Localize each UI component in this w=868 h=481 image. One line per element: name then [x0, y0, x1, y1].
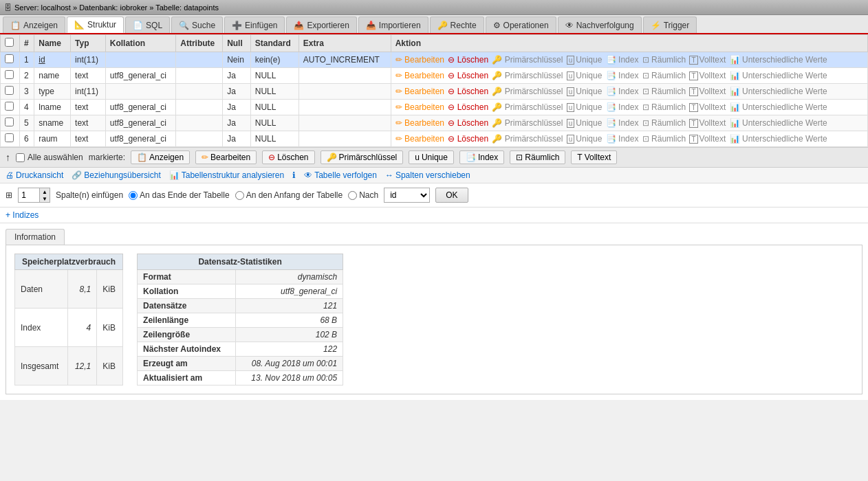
btn-primaerschluessel[interactable]: 🔑 Primärschlüssel — [321, 150, 404, 164]
edit-link[interactable]: ✏ Bearbeiten — [395, 118, 444, 128]
spatial-link[interactable]: ⊡ Räumlich — [642, 102, 686, 112]
tabellenstruktur-link[interactable]: 📊 Tabellenstruktur analysieren — [169, 170, 284, 180]
distinct-link[interactable]: 📊 Unterschiedliche Werte — [730, 71, 827, 80]
unique-link[interactable]: u Unique — [567, 134, 603, 144]
primary-key-link[interactable]: 🔑 Primärschlüssel — [492, 87, 563, 96]
index-link[interactable]: 📑 Index — [606, 55, 639, 65]
unique-link[interactable]: u Unique — [567, 87, 603, 96]
index-link[interactable]: 📑 Index — [606, 118, 639, 128]
edit-link[interactable]: ✏ Bearbeiten — [395, 87, 444, 96]
tab-anzeigen[interactable]: 📋 Anzeigen — [3, 16, 65, 33]
spatial-link[interactable]: ⊡ Räumlich — [642, 55, 686, 65]
spin-down-btn[interactable]: ▼ — [40, 195, 50, 202]
tab-exportieren[interactable]: 📤 Exportieren — [286, 16, 356, 33]
row-checkbox[interactable] — [5, 86, 14, 95]
unique-link[interactable]: u Unique — [567, 102, 603, 112]
row-checkbox-cell[interactable] — [1, 84, 20, 100]
tab-operationen[interactable]: ⚙ Operationen — [486, 16, 556, 33]
delete-link[interactable]: ⊖ Löschen — [448, 102, 488, 112]
tab-nachverfolgung[interactable]: 👁 Nachverfolgung — [558, 16, 642, 33]
fulltext-link[interactable]: T Volltext — [689, 134, 726, 144]
col-name-link[interactable]: id — [39, 55, 45, 65]
row-checkbox-cell[interactable] — [1, 52, 20, 68]
fulltext-link[interactable]: T Volltext — [689, 102, 726, 112]
radio-end[interactable] — [129, 191, 138, 200]
unique-link[interactable]: u Unique — [567, 55, 603, 65]
check-all-checkbox[interactable] — [16, 153, 25, 162]
tab-struktur[interactable]: 📐 Struktur — [67, 16, 124, 33]
delete-link[interactable]: ⊖ Löschen — [448, 87, 488, 96]
indizes-link[interactable]: + Indizes — [6, 210, 39, 220]
select-all-header[interactable] — [5, 38, 14, 47]
after-column-select[interactable]: idnametypelnamesnameraum — [384, 188, 430, 203]
btn-anzeigen[interactable]: 📋 Anzeigen — [131, 150, 190, 164]
distinct-link[interactable]: 📊 Unterschiedliche Werte — [730, 134, 827, 144]
index-link[interactable]: 📑 Index — [606, 87, 639, 96]
spatial-link[interactable]: ⊡ Räumlich — [642, 87, 686, 96]
row-checkbox[interactable] — [5, 102, 14, 111]
spin-up-btn[interactable]: ▲ — [40, 188, 50, 195]
row-checkbox[interactable] — [5, 133, 14, 142]
tab-rechte[interactable]: 🔑 Rechte — [430, 16, 484, 33]
btn-loeschen[interactable]: ⊖ Löschen — [262, 150, 314, 164]
column-count-input[interactable] — [19, 189, 39, 201]
btn-raeumlich[interactable]: ⊡ Räumlich — [510, 150, 565, 164]
btn-unique[interactable]: u Unique — [409, 150, 454, 164]
radio-start[interactable] — [235, 191, 244, 200]
delete-link[interactable]: ⊖ Löschen — [448, 134, 488, 144]
delete-link[interactable]: ⊖ Löschen — [448, 118, 488, 128]
tab-suche[interactable]: 🔍 Suche — [171, 16, 223, 33]
edit-link[interactable]: ✏ Bearbeiten — [395, 102, 444, 112]
beziehungsuebersicht-link[interactable]: 🔗 Beziehungsübersicht — [72, 170, 160, 180]
distinct-link[interactable]: 📊 Unterschiedliche Werte — [730, 55, 827, 65]
primary-key-link[interactable]: 🔑 Primärschlüssel — [492, 118, 563, 128]
distinct-link[interactable]: 📊 Unterschiedliche Werte — [730, 102, 827, 112]
tab-importieren[interactable]: 📥 Importieren — [358, 16, 428, 33]
primary-key-link[interactable]: 🔑 Primärschlüssel — [492, 134, 563, 144]
row-checkbox[interactable] — [5, 54, 14, 63]
edit-link[interactable]: ✏ Bearbeiten — [395, 55, 444, 65]
btn-index[interactable]: 📑 Index — [459, 150, 504, 164]
btn-bearbeiten[interactable]: ✏ Bearbeiten — [195, 150, 257, 164]
row-checkbox-cell[interactable] — [1, 68, 20, 84]
primary-key-link[interactable]: 🔑 Primärschlüssel — [492, 71, 563, 80]
tab-trigger[interactable]: ⚡ Trigger — [643, 16, 697, 33]
primary-key-link[interactable]: 🔑 Primärschlüssel — [492, 55, 563, 65]
tab-einfuegen[interactable]: ➕ Einfügen — [224, 16, 285, 33]
tabelle-verfolgen-link[interactable]: 👁 Tabelle verfolgen — [304, 170, 377, 180]
row-checkbox-cell[interactable] — [1, 100, 20, 115]
spatial-link[interactable]: ⊡ Räumlich — [642, 71, 686, 80]
spalten-verschieben-link[interactable]: ↔ Spalten verschieben — [385, 170, 470, 180]
row-checkbox[interactable] — [5, 70, 14, 79]
index-link[interactable]: 📑 Index — [606, 71, 639, 80]
fulltext-link[interactable]: T Volltext — [689, 71, 726, 80]
edit-link[interactable]: ✏ Bearbeiten — [395, 134, 444, 144]
delete-link[interactable]: ⊖ Löschen — [448, 55, 488, 65]
row-checkbox[interactable] — [5, 118, 14, 126]
info-tab[interactable]: Information — [6, 229, 65, 245]
row-checkbox-cell[interactable] — [1, 131, 20, 147]
check-all-label[interactable]: Alle auswählen — [16, 153, 83, 162]
insert-ok-button[interactable]: OK — [435, 188, 468, 203]
spatial-link[interactable]: ⊡ Räumlich — [642, 134, 686, 144]
druckansicht-link[interactable]: 🖨 Druckansicht — [6, 170, 63, 180]
fulltext-link[interactable]: T Volltext — [689, 55, 726, 65]
fulltext-link[interactable]: T Volltext — [689, 87, 726, 96]
radio-end-label[interactable]: An das Ende der Tabelle — [129, 190, 230, 200]
fulltext-link[interactable]: T Volltext — [689, 118, 726, 128]
spatial-link[interactable]: ⊡ Räumlich — [642, 118, 686, 128]
btn-volltext[interactable]: T Volltext — [571, 150, 617, 164]
radio-after[interactable] — [348, 191, 357, 200]
distinct-link[interactable]: 📊 Unterschiedliche Werte — [730, 118, 827, 128]
row-checkbox-cell[interactable] — [1, 115, 20, 131]
primary-key-link[interactable]: 🔑 Primärschlüssel — [492, 102, 563, 112]
index-link[interactable]: 📑 Index — [606, 102, 639, 112]
edit-link[interactable]: ✏ Bearbeiten — [395, 71, 444, 80]
index-link[interactable]: 📑 Index — [606, 134, 639, 144]
unique-link[interactable]: u Unique — [567, 118, 603, 128]
unique-link[interactable]: u Unique — [567, 71, 603, 80]
radio-after-label[interactable]: Nach — [348, 190, 378, 200]
distinct-link[interactable]: 📊 Unterschiedliche Werte — [730, 87, 827, 96]
tab-sql[interactable]: 📄 SQL — [125, 16, 170, 33]
radio-start-label[interactable]: An den Anfang der Tabelle — [235, 190, 343, 200]
